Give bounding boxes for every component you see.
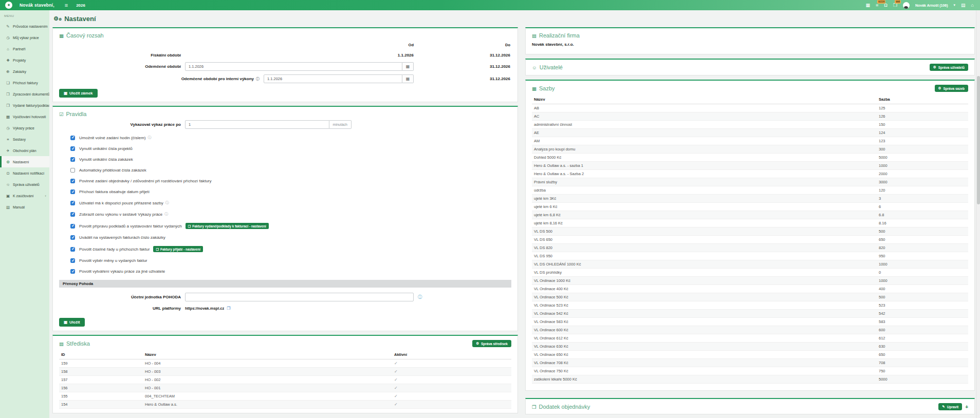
col-rate-name: Název bbox=[532, 95, 877, 104]
sidebar-item[interactable]: ≡ Sestavy bbox=[0, 134, 49, 145]
cost-center-row: 156 HO - 001 ✓ bbox=[59, 384, 511, 392]
sidebar-item[interactable]: ❖ Projekty bbox=[0, 54, 49, 66]
sidebar-item-label: Sestavy bbox=[13, 138, 26, 141]
sidebar-item[interactable]: ▣ K zaúčtování ‹ bbox=[0, 190, 49, 201]
rate-row: údržba 120 bbox=[532, 186, 968, 195]
unlocked-period-input[interactable] bbox=[185, 62, 402, 71]
filter-tasks-icon[interactable]: ≡0/228 bbox=[876, 2, 878, 8]
rule-settings-button[interactable]: ❒Faktury vydané/podklady k fakturaci - n… bbox=[186, 223, 269, 229]
sidebar-item[interactable]: ▦ Vyúčtování hotovosti bbox=[0, 111, 49, 122]
rate-value: 950 bbox=[877, 252, 968, 260]
sidebar-item[interactable]: ❒ Zpracování dokumentů bbox=[0, 88, 49, 100]
users-icon: ☺ bbox=[532, 65, 537, 70]
manage-rates-button[interactable]: ⚙Správa sazeb bbox=[935, 85, 968, 92]
rule-checkbox[interactable] bbox=[70, 258, 75, 263]
manage-cost-centers-button[interactable]: ⚙Správa středisek bbox=[472, 340, 511, 347]
cost-center-name: HO - 001 bbox=[143, 384, 392, 392]
add-addendum-button[interactable]: + bbox=[965, 404, 968, 410]
sidebar-item-label: Vydané faktury/podklady bbox=[13, 104, 49, 107]
calendar-icon[interactable]: ▦ bbox=[865, 2, 870, 8]
sidebar: MENU ✎ Průvodce nastavením ◷ Můj výkaz p… bbox=[0, 10, 49, 418]
rate-row: Hero & Outlaw a.s. - Sazba 2 2000 bbox=[532, 170, 968, 178]
unlocked-period-label: Odemčené období bbox=[59, 64, 181, 69]
hamburger-menu-icon[interactable]: ≡ bbox=[65, 3, 68, 8]
edit-addendum-button[interactable]: ✎Upravit bbox=[938, 403, 962, 410]
rate-row: ujeté km 8,16 Kč 8.16 bbox=[532, 219, 968, 227]
building-icon: ▤ bbox=[532, 33, 537, 39]
sidebar-item-label: Manuál bbox=[13, 205, 25, 209]
app-logo[interactable]: ✦ bbox=[5, 2, 12, 9]
report-after-input[interactable] bbox=[185, 120, 329, 129]
rule-checkbox[interactable] bbox=[70, 146, 75, 151]
pohoda-unit-input[interactable] bbox=[185, 293, 414, 301]
save-icon: ▣ bbox=[64, 91, 67, 96]
rule-checkbox[interactable] bbox=[70, 201, 75, 205]
chevron-down-icon[interactable]: ▾ bbox=[954, 3, 956, 7]
sidebar-item[interactable]: ☺ Správa uživatelů bbox=[0, 179, 49, 190]
user-avatar[interactable] bbox=[903, 2, 910, 9]
rule-checkbox[interactable] bbox=[70, 157, 75, 162]
sidebar-item[interactable]: Ω Nastavení notifikací bbox=[0, 167, 49, 179]
sidebar-item-label: Můj výkaz práce bbox=[13, 36, 39, 40]
report-after-label: Vykazovat výkaz práce po bbox=[59, 122, 181, 127]
user-name[interactable]: Novák Arnošt (106) bbox=[915, 4, 948, 7]
rate-value: 123 bbox=[877, 137, 968, 145]
manage-users-button[interactable]: ⚙Správa uživatelů bbox=[930, 64, 968, 71]
sidebar-item-icon: ◷ bbox=[6, 126, 10, 130]
rule-checkbox[interactable] bbox=[70, 189, 75, 194]
company-icon[interactable]: ▤ bbox=[961, 2, 966, 8]
notifications-bell-icon[interactable]: Ω bbox=[884, 2, 887, 8]
copy-icon[interactable]: ❐ bbox=[227, 306, 230, 311]
unlocked-internal-input[interactable] bbox=[264, 74, 402, 83]
sidebar-item-label: Projekty bbox=[13, 59, 26, 62]
rule-row: Uvádět na vystavených fakturách číslo za… bbox=[70, 235, 511, 240]
brand-name: Novák stavební, bbox=[20, 3, 54, 8]
rate-name: VL Ordinace 1000 Kč bbox=[532, 277, 877, 285]
gear-icon: ⚙ bbox=[938, 86, 941, 90]
rule-checkbox[interactable] bbox=[70, 212, 75, 217]
datepicker-button[interactable]: ▦ bbox=[402, 62, 414, 71]
sidebar-item[interactable]: ⊕ Zakázky bbox=[0, 66, 49, 77]
rule-settings-button[interactable]: ❒Faktury přijaté - nastavení bbox=[153, 246, 203, 252]
sidebar-item-label: Zakázky bbox=[13, 70, 26, 73]
rule-row: Vynutit unikátní čísla zakázek bbox=[70, 157, 511, 162]
rule-checkbox[interactable] bbox=[70, 168, 75, 173]
sidebar-item-label: Partneři bbox=[13, 47, 26, 51]
rule-checkbox[interactable] bbox=[70, 179, 75, 183]
datepicker-button[interactable]: ▦ bbox=[402, 74, 414, 83]
rate-name: VL Ordinace 650 Kč bbox=[532, 351, 877, 359]
vertical-scrollbar[interactable] bbox=[976, 10, 980, 418]
rate-row: VL Ordinace 523 Kč 523 bbox=[532, 301, 968, 310]
sidebar-item[interactable]: ❏ Příchozí faktury bbox=[0, 77, 49, 88]
sidebar-item[interactable]: ◷ Můj výkaz práce bbox=[0, 32, 49, 43]
sidebar-item[interactable]: ✎ Průvodce nastavením bbox=[0, 21, 49, 32]
save-rules-button[interactable]: ▣Uložit bbox=[59, 318, 85, 327]
sidebar-item[interactable]: ✈ Obchodní plán bbox=[0, 145, 49, 156]
cost-center-row: 159 HO - 004 ✓ bbox=[59, 359, 511, 368]
rate-name: údržba bbox=[532, 186, 877, 195]
rule-label: Povolit číselné řady u příchozích faktur bbox=[79, 247, 150, 252]
rule-checkbox[interactable] bbox=[70, 247, 75, 252]
sidebar-item[interactable]: ◷ Výkazy práce bbox=[0, 122, 49, 134]
rule-checkbox[interactable] bbox=[70, 269, 75, 274]
unlocked-internal-do: 31.12.2026 bbox=[414, 77, 511, 81]
save-lock-button[interactable]: ▣Uložit zámek bbox=[59, 89, 98, 98]
rule-checkbox[interactable] bbox=[70, 235, 75, 240]
sidebar-item[interactable]: ⌂ Partneři bbox=[0, 43, 49, 54]
users-title: ☺Uživatelé bbox=[532, 64, 563, 70]
rate-value: 150 bbox=[877, 121, 968, 129]
rule-checkbox[interactable] bbox=[70, 224, 75, 229]
chevron-left-icon: ‹ bbox=[45, 194, 46, 198]
pohoda-unit-label: Účetní jednotka POHODA bbox=[59, 295, 181, 299]
truck-icon[interactable]: ❐998 bbox=[893, 2, 897, 8]
sidebar-item[interactable]: ⚙ Nastavení bbox=[0, 156, 49, 167]
rate-value: 124 bbox=[877, 129, 968, 137]
rule-checkbox[interactable] bbox=[70, 136, 75, 140]
sidebar-item[interactable]: ❐ Vydané faktury/podklady bbox=[0, 100, 49, 111]
home-icon[interactable]: ⌂ bbox=[971, 2, 974, 8]
scrollbar-thumb[interactable] bbox=[977, 76, 980, 204]
rates-title: ▦Sazby bbox=[532, 85, 555, 91]
rate-name: VL Ordinace 583 Kč bbox=[532, 318, 877, 326]
active-year[interactable]: 2026 bbox=[76, 3, 85, 8]
sidebar-item[interactable]: ▥ Manuál bbox=[0, 201, 49, 213]
